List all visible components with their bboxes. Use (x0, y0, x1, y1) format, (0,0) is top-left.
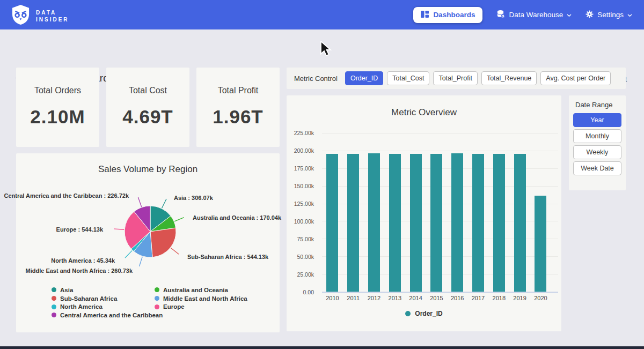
y-axis-tick: 100.00k (287, 218, 314, 225)
pie-legend-item: Europe (155, 302, 247, 311)
pie-leader-line (140, 257, 143, 266)
kpi-label: Total Profit (196, 86, 280, 95)
metric-control-label: Metric Control (294, 75, 338, 83)
sales-volume-pie-card: Sales Volume by Region Asia : 306.07kAus… (16, 153, 280, 332)
bar-chart-legend: Order_ID (287, 310, 561, 317)
y-axis-tick: 175.00k (287, 165, 314, 172)
legend-dot (155, 287, 159, 292)
kpi-value: 1.96T (196, 106, 280, 128)
x-axis-tick: 2019 (509, 295, 530, 301)
pie-legend-column-1: AsiaSub-Saharan AfricaNorth AmericaCentr… (52, 286, 163, 320)
x-axis-tick: 2016 (447, 295, 468, 301)
data-warehouse-menu[interactable]: Data Warehouse (496, 10, 572, 20)
bar-2015[interactable] (430, 154, 442, 292)
legend-dot (155, 305, 159, 309)
metric-option-total-cost[interactable]: Total_Cost (387, 71, 429, 85)
top-navbar: DATA INSIDER Dashboards (0, 0, 644, 29)
x-axis-tick: 2015 (426, 295, 447, 301)
pie-label-middle-east-and-north-africa: Middle East and North Africa : 260.73k (26, 268, 133, 274)
dashboards-button[interactable]: Dashboards (413, 7, 482, 23)
bar-2020[interactable] (535, 196, 546, 292)
metric-option-total-profit[interactable]: Total_Profit (433, 71, 478, 85)
legend-label: Sub-Saharan Africa (60, 295, 117, 302)
bottom-strip (0, 346, 644, 349)
pie-label-australia-and-oceania: Australia and Oceania : 170.04k (193, 214, 281, 221)
date-range-week-date[interactable]: Week Date (573, 161, 621, 175)
pie-legend-item: Central America and the Caribbean (52, 311, 163, 320)
settings-menu[interactable]: Settings (586, 10, 632, 20)
database-icon (496, 10, 505, 20)
brand[interactable]: DATA INSIDER (11, 4, 69, 27)
bar-2019[interactable] (514, 154, 526, 292)
owl-logo-icon (11, 4, 31, 27)
kpi-card-total-profit: Total Profit 1.96T (196, 68, 280, 147)
pie-legend-item: North America (52, 302, 163, 311)
bar-2010[interactable] (326, 154, 338, 292)
y-axis-tick: 75.00k (287, 236, 314, 242)
grid-layout-icon (421, 11, 429, 19)
gear-icon (586, 10, 594, 20)
bar-2013[interactable] (389, 154, 401, 292)
bar-2011[interactable] (347, 154, 359, 292)
data-warehouse-label: Data Warehouse (509, 11, 563, 19)
kpi-value: 2.10M (16, 106, 99, 128)
bar-2016[interactable] (451, 153, 463, 292)
x-axis-tick: 2010 (322, 295, 343, 301)
pie-leader-line (171, 248, 179, 254)
kpi-card-total-cost: Total Cost 4.69T (106, 68, 189, 147)
y-axis-tick: 150.00k (287, 183, 314, 189)
bar-2017[interactable] (472, 154, 484, 292)
pie-label-asia: Asia : 306.07k (174, 195, 213, 201)
bar-chart-plot[interactable]: 0.0025.00k50.00k75.00k100.00k125.00k150.… (287, 95, 561, 331)
legend-dot (52, 305, 56, 309)
legend-dot (52, 313, 56, 317)
metric-option-avg-cost-per-order[interactable]: Avg. Cost per Order (540, 71, 611, 85)
y-axis-tick: 125.00k (287, 201, 314, 207)
metric-overview-chart-card: Metric Overview 0.0025.00k50.00k75.00k10… (287, 95, 561, 331)
y-axis-tick: 25.00k (287, 271, 314, 278)
kpi-card-total-orders: Total Orders 2.10M (16, 68, 99, 147)
y-axis-tick: 0.00 (287, 289, 314, 295)
y-axis-tick: 225.00k (287, 130, 314, 136)
date-range-monthly[interactable]: Monthly (573, 129, 621, 143)
legend-dot (405, 311, 411, 316)
legend-label: Australia and Oceania (163, 287, 228, 293)
brand-text: DATA INSIDER (36, 9, 69, 23)
pie-legend-column-2: Australia and OceaniaMiddle East and Nor… (155, 286, 247, 311)
x-axis-tick: 2013 (384, 295, 405, 301)
x-axis-tick: 2018 (488, 295, 509, 301)
legend-label: Middle East and North Africa (163, 295, 247, 302)
legend-label: Central America and the Caribbean (60, 312, 163, 318)
legend-dot (52, 296, 56, 301)
pie-legend-item: Australia and Oceania (155, 286, 247, 294)
legend-dot (155, 296, 159, 301)
y-axis-tick: 200.00k (287, 147, 314, 154)
pie-slice-sub-saharan-africa[interactable] (150, 228, 176, 257)
gridline (322, 151, 558, 151)
bar-2014[interactable] (410, 154, 422, 292)
pie-label-north-america: North America : 45.34k (51, 257, 115, 264)
pie-label-central-america-and-the-caribbean: Central America and the Caribbean : 226.… (4, 192, 129, 199)
x-axis-tick: 2011 (343, 295, 364, 301)
date-range-title: Date Range (575, 101, 626, 109)
date-range-weekly[interactable]: Weekly (573, 145, 621, 159)
pie-legend-item: Sub-Saharan Africa (52, 294, 163, 303)
chevron-down-icon (567, 11, 572, 19)
date-range-year[interactable]: Year (573, 113, 621, 127)
legend-label: Europe (163, 303, 185, 310)
bar-2018[interactable] (493, 154, 505, 292)
legend-label: Order_ID (415, 310, 442, 317)
metric-option-total-revenue[interactable]: Total_Revenue (481, 71, 537, 85)
legend-dot (52, 287, 56, 292)
metric-option-order-id[interactable]: Order_ID (345, 71, 383, 85)
date-range-panel: Date Range Year Monthly Weekly Week Date (569, 95, 626, 190)
pie-legend-item: Asia (52, 286, 163, 294)
pie-label-europe: Europe : 544.13k (56, 226, 103, 233)
kpi-label: Total Orders (16, 86, 99, 95)
pie-leader-line (162, 199, 166, 208)
x-axis-tick: 2017 (468, 295, 489, 301)
gridline (322, 133, 558, 133)
gridline (322, 292, 558, 293)
metric-control-bar: Metric Control Order_ID Total_Cost Total… (287, 68, 626, 89)
bar-2012[interactable] (368, 153, 380, 292)
